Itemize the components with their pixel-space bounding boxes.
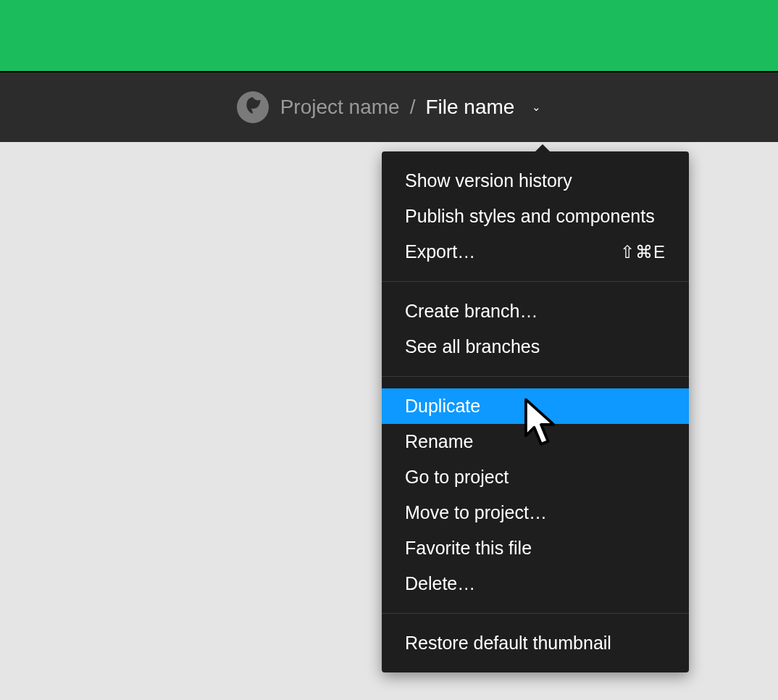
leaf-icon — [243, 96, 263, 119]
project-name[interactable]: Project name — [280, 96, 400, 119]
menu-item-favorite-this-file[interactable]: Favorite this file — [382, 530, 689, 566]
menu-item-label: Favorite this file — [405, 538, 532, 559]
menu-item-label: Show version history — [405, 170, 572, 191]
menu-item-rename[interactable]: Rename — [382, 424, 689, 459]
menu-item-label: Publish styles and components — [405, 206, 655, 227]
menu-item-go-to-project[interactable]: Go to project — [382, 459, 689, 495]
menu-divider — [382, 613, 689, 614]
team-avatar[interactable] — [237, 91, 269, 123]
header-bar: Project name / File name ⌄ — [0, 71, 778, 142]
chevron-down-icon[interactable]: ⌄ — [532, 101, 541, 114]
menu-item-label: Duplicate — [405, 396, 480, 417]
menu-item-delete[interactable]: Delete… — [382, 566, 689, 601]
file-name[interactable]: File name — [425, 96, 514, 119]
menu-item-restore-default-thumbnail[interactable]: Restore default thumbnail — [382, 625, 689, 661]
menu-item-see-all-branches[interactable]: See all branches — [382, 329, 689, 364]
menu-item-label: See all branches — [405, 336, 540, 357]
menu-item-show-version-history[interactable]: Show version history — [382, 163, 689, 199]
menu-item-label: Move to project… — [405, 502, 547, 523]
menu-item-move-to-project[interactable]: Move to project… — [382, 495, 689, 530]
menu-item-shortcut: ⇧⌘E — [620, 242, 666, 262]
menu-item-duplicate[interactable]: Duplicate — [382, 388, 689, 424]
menu-item-export[interactable]: Export… ⇧⌘E — [382, 234, 689, 270]
menu-item-label: Rename — [405, 431, 474, 452]
menu-item-label: Restore default thumbnail — [405, 633, 611, 654]
menu-item-create-branch[interactable]: Create branch… — [382, 293, 689, 329]
menu-divider — [382, 281, 689, 282]
menu-item-label: Export… — [405, 241, 475, 262]
top-banner — [0, 0, 778, 71]
menu-item-label: Delete… — [405, 573, 475, 594]
menu-item-label: Go to project — [405, 467, 509, 488]
menu-item-publish-styles[interactable]: Publish styles and components — [382, 199, 689, 234]
file-menu-dropdown: Show version history Publish styles and … — [382, 151, 689, 672]
breadcrumb: Project name / File name ⌄ — [280, 96, 542, 119]
breadcrumb-separator: / — [410, 96, 416, 119]
menu-item-label: Create branch… — [405, 301, 538, 322]
menu-divider — [382, 376, 689, 377]
